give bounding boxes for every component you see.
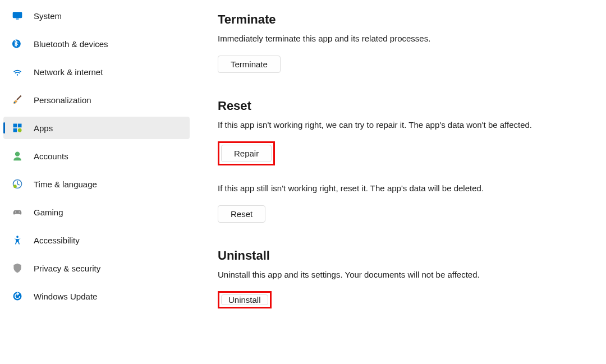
reset-button[interactable]: Reset xyxy=(218,205,265,223)
sidebar-item-system[interactable]: System xyxy=(3,4,190,27)
bluetooth-icon xyxy=(11,38,24,50)
settings-sidebar: System Bluetooth & devices Network & int… xyxy=(0,0,196,364)
svg-point-11 xyxy=(15,211,16,213)
apps-icon xyxy=(11,122,24,134)
svg-rect-4 xyxy=(13,124,17,128)
uninstall-description: Uninstall this app and its settings. You… xyxy=(218,269,543,282)
uninstall-heading: Uninstall xyxy=(218,248,606,263)
terminate-heading: Terminate xyxy=(218,12,606,27)
monitor-icon xyxy=(11,10,24,22)
sidebar-item-label: Accounts xyxy=(34,151,68,161)
reset-description: If this app still isn't working right, r… xyxy=(218,182,543,195)
svg-point-12 xyxy=(19,211,20,213)
sidebar-item-label: Personalization xyxy=(34,95,91,105)
sidebar-item-label: Time & language xyxy=(34,179,97,189)
update-icon xyxy=(11,290,24,302)
reset-repair-description: If this app isn't working right, we can … xyxy=(218,119,543,132)
repair-button[interactable]: Repair xyxy=(221,145,272,162)
uninstall-highlight: Uninstall xyxy=(218,291,272,308)
sidebar-item-windows-update[interactable]: Windows Update xyxy=(3,285,190,307)
svg-point-10 xyxy=(13,185,17,188)
clock-globe-icon xyxy=(11,178,24,190)
wifi-icon xyxy=(11,66,24,78)
sidebar-item-bluetooth[interactable]: Bluetooth & devices xyxy=(3,33,190,55)
sidebar-item-apps[interactable]: Apps xyxy=(3,117,190,139)
reset-heading: Reset xyxy=(218,99,606,113)
terminate-button[interactable]: Terminate xyxy=(218,56,281,73)
svg-point-8 xyxy=(15,152,20,156)
repair-highlight: Repair xyxy=(218,141,275,165)
sidebar-item-privacy[interactable]: Privacy & security xyxy=(3,257,190,279)
shield-icon xyxy=(11,262,24,274)
sidebar-item-label: Gaming xyxy=(34,208,63,217)
gamepad-icon xyxy=(11,206,24,218)
accessibility-icon xyxy=(11,234,24,246)
uninstall-button[interactable]: Uninstall xyxy=(221,294,268,305)
sidebar-item-label: Network & internet xyxy=(34,67,103,77)
sidebar-item-network[interactable]: Network & internet xyxy=(3,61,190,83)
svg-rect-7 xyxy=(18,128,22,132)
sidebar-item-label: Windows Update xyxy=(34,292,97,301)
svg-point-3 xyxy=(14,102,16,104)
sidebar-item-accessibility[interactable]: Accessibility xyxy=(3,229,190,251)
app-settings-content: Terminate Immediately terminate this app… xyxy=(196,0,606,364)
terminate-description: Immediately terminate this app and its r… xyxy=(218,33,543,45)
sidebar-item-label: Apps xyxy=(34,123,53,133)
sidebar-item-personalization[interactable]: Personalization xyxy=(3,89,190,111)
sidebar-item-label: Bluetooth & devices xyxy=(34,39,108,49)
sidebar-item-label: Privacy & security xyxy=(34,264,100,273)
sidebar-item-accounts[interactable]: Accounts xyxy=(3,145,190,167)
sidebar-item-label: System xyxy=(34,11,62,21)
person-icon xyxy=(11,150,24,162)
svg-rect-5 xyxy=(18,124,22,128)
sidebar-item-gaming[interactable]: Gaming xyxy=(3,201,190,223)
brush-icon xyxy=(11,94,24,106)
sidebar-item-label: Accessibility xyxy=(34,236,80,245)
svg-rect-0 xyxy=(13,12,22,18)
sidebar-item-time-language[interactable]: Time & language xyxy=(3,173,190,195)
svg-rect-6 xyxy=(13,128,17,132)
svg-rect-1 xyxy=(16,19,19,20)
svg-point-13 xyxy=(16,236,19,238)
